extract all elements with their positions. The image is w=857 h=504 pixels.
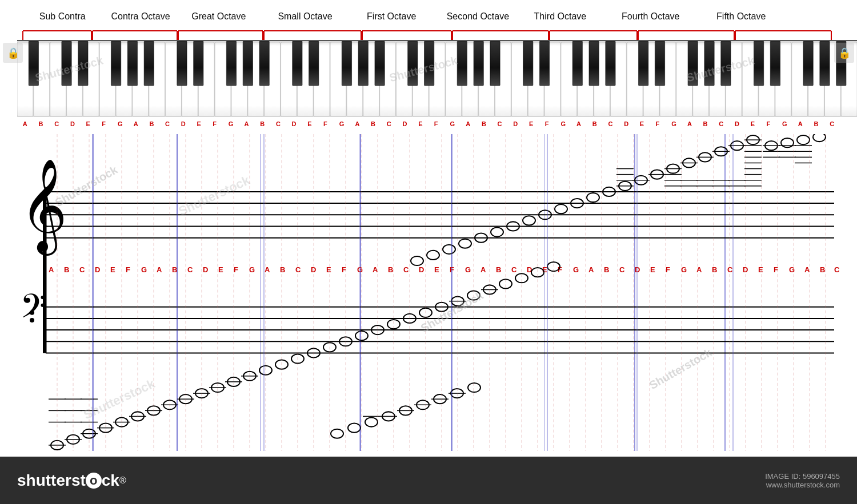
svg-text:A: A (480, 265, 486, 274)
label-first-octave: First Octave (350, 11, 432, 22)
staff-svg: 𝄞 𝄢 A B (17, 134, 840, 451)
svg-text:E: E (434, 265, 439, 274)
svg-rect-60 (194, 41, 203, 86)
svg-text:E: E (307, 120, 311, 127)
svg-rect-67 (358, 41, 368, 86)
svg-text:G: G (671, 120, 676, 127)
svg-text:B: B (64, 265, 69, 274)
svg-text:G: G (118, 120, 123, 127)
watermark-1: Shutterstock (177, 173, 253, 219)
svg-text:G: G (573, 265, 579, 274)
svg-point-289 (555, 204, 567, 213)
svg-text:B: B (712, 265, 717, 274)
svg-text:F: F (666, 265, 670, 274)
svg-rect-71 (457, 41, 467, 86)
svg-text:F: F (234, 265, 238, 274)
svg-text:F: F (656, 120, 660, 127)
corner-icon-tr: 🔒 (834, 43, 854, 63)
label-great-octave: Great Octave (182, 11, 256, 22)
svg-text:E: E (86, 120, 90, 127)
svg-text:C: C (295, 265, 301, 274)
svg-text:A: A (373, 265, 378, 274)
svg-text:G: G (681, 265, 687, 274)
svg-text:G: G (789, 265, 795, 274)
svg-text:F: F (766, 120, 770, 127)
svg-rect-75 (539, 41, 549, 86)
svg-text:A: A (23, 120, 27, 127)
svg-rect-62 (243, 41, 253, 86)
svg-text:B: B (496, 265, 501, 274)
svg-text:A: A (687, 120, 692, 127)
svg-rect-66 (342, 41, 351, 86)
logo-o-icon: o (86, 473, 102, 489)
svg-text:F: F (213, 120, 217, 127)
svg-point-280 (411, 256, 423, 265)
svg-text:A: A (355, 120, 359, 127)
svg-text:C: C (79, 265, 85, 274)
svg-text:E: E (758, 265, 763, 274)
footer: shutterst o ck ® IMAGE ID: 596097455 www… (0, 457, 857, 504)
label-fourth-octave: Fourth Octave (601, 11, 700, 22)
svg-point-283 (459, 239, 471, 248)
svg-text:C: C (727, 265, 733, 274)
svg-text:A: A (265, 265, 270, 274)
svg-rect-83 (721, 41, 731, 86)
svg-text:G: G (229, 120, 234, 127)
svg-text:B: B (482, 120, 486, 127)
svg-point-282 (443, 245, 455, 254)
svg-text:B: B (814, 120, 818, 127)
svg-point-267 (365, 417, 378, 426)
svg-rect-72 (474, 41, 483, 86)
svg-text:E: E (650, 265, 655, 274)
svg-text:C: C (719, 120, 723, 127)
svg-rect-56 (111, 41, 121, 86)
svg-point-266 (348, 424, 361, 433)
svg-text:B: B (39, 120, 43, 127)
svg-text:B: B (703, 120, 708, 127)
corner-icon-tl: 🔒 (3, 43, 23, 63)
image-id-row: IMAGE ID: 596097455 (765, 472, 840, 481)
svg-text:E: E (418, 120, 422, 127)
svg-text:G: G (560, 120, 566, 127)
staff-section: 𝄞 𝄢 A B (17, 134, 840, 451)
svg-text:E: E (640, 120, 644, 127)
svg-point-148 (30, 311, 34, 315)
svg-rect-76 (572, 41, 582, 86)
website-row: www.shutterstock.com (765, 481, 840, 489)
svg-rect-85 (770, 41, 780, 86)
svg-text:G: G (141, 265, 147, 274)
svg-text:C: C (498, 120, 502, 127)
svg-point-291 (587, 193, 599, 202)
main-content: Sub Contra Contra Octave Great Octave Sm… (0, 0, 857, 457)
svg-text:A: A (804, 265, 810, 274)
svg-text:D: D (624, 120, 628, 127)
svg-rect-53 (29, 41, 38, 86)
svg-rect-64 (293, 41, 302, 86)
svg-text:E: E (218, 265, 223, 274)
svg-text:E: E (326, 265, 331, 274)
logo-trademark: ® (119, 475, 126, 486)
svg-rect-77 (589, 41, 599, 86)
logo-text: shutterst (17, 471, 86, 490)
svg-rect-81 (688, 41, 698, 86)
svg-rect-73 (490, 41, 500, 86)
svg-text:C: C (830, 120, 834, 127)
logo-suffix: ck (102, 471, 119, 490)
svg-text:D: D (735, 120, 739, 127)
svg-text:B: B (592, 120, 597, 127)
svg-rect-69 (408, 41, 418, 86)
svg-text:A: A (157, 265, 162, 274)
svg-rect-87 (820, 41, 830, 86)
svg-text:D: D (181, 120, 186, 127)
svg-text:E: E (197, 120, 201, 127)
svg-text:B: B (280, 265, 285, 274)
svg-text:G: G (249, 265, 255, 274)
svg-rect-63 (259, 41, 269, 86)
svg-text:B: B (388, 265, 393, 274)
svg-text:D: D (513, 120, 518, 127)
bracket-row (17, 30, 840, 40)
svg-rect-70 (425, 41, 434, 86)
svg-text:A: A (245, 120, 249, 127)
shutterstock-logo: shutterst o ck ® (17, 471, 126, 490)
svg-point-149 (30, 318, 34, 322)
